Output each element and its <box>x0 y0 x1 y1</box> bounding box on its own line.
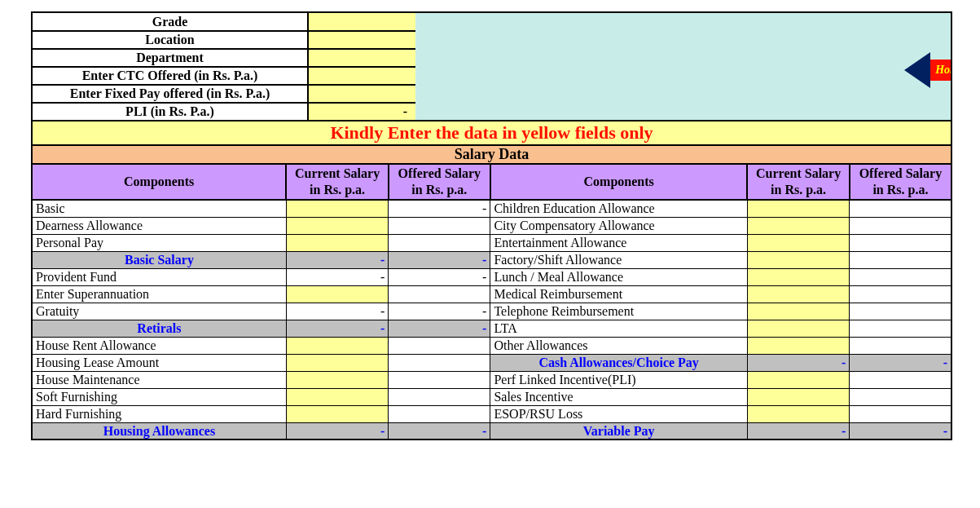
offered-salary-cell <box>850 320 951 337</box>
home-button[interactable]: Hom <box>904 52 951 88</box>
offered-salary-cell <box>850 405 951 422</box>
header-current-left: Current Salary in Rs. p.a. <box>290 166 384 198</box>
component-label: Lunch / Meal Allowance <box>490 268 748 285</box>
ctc-label: Enter CTC Offered (in Rs. P.a.) <box>33 67 308 85</box>
table-row: House Rent Allowance Other Allowances <box>32 337 951 354</box>
fixed-pay-label: Enter Fixed Pay offered (in Rs. P.a.) <box>33 85 308 103</box>
current-salary-cell[interactable] <box>286 200 388 217</box>
component-label: Hard Furnishing <box>32 405 286 422</box>
subtotal-current: - <box>747 422 849 440</box>
grade-label: Grade <box>33 13 308 31</box>
current-salary-cell[interactable] <box>747 320 849 337</box>
header-offered-right: Offered Salary in Rs. p.a. <box>854 166 947 198</box>
current-salary-cell[interactable] <box>747 285 849 303</box>
arrow-left-icon <box>904 52 930 88</box>
offered-salary-cell <box>389 337 490 354</box>
component-label: Telephone Reimbursement <box>490 303 748 320</box>
current-salary-cell[interactable] <box>286 337 388 354</box>
current-salary-cell[interactable] <box>286 405 388 422</box>
current-salary-cell[interactable] <box>747 371 849 388</box>
component-label: Basic <box>32 200 286 217</box>
offered-salary-cell <box>850 217 951 234</box>
component-label: Provident Fund <box>32 268 286 285</box>
offered-salary-cell: - <box>389 303 490 320</box>
subtotal-label: Basic Salary <box>32 251 286 268</box>
top-panel: Grade Location Department Enter CTC Offe… <box>31 11 952 121</box>
component-label: Factory/Shift Allowance <box>490 251 748 268</box>
current-salary-cell[interactable] <box>286 285 388 303</box>
component-label: Children Education Allowance <box>490 200 748 217</box>
current-salary-cell[interactable] <box>747 200 849 217</box>
table-row: Basic -Children Education Allowance <box>32 200 951 217</box>
offered-salary-cell <box>389 285 490 303</box>
table-row: Gratuity - -Telephone Reimbursement <box>32 303 951 320</box>
table-row: House Maintenance Perf Linked Incentive(… <box>32 371 951 388</box>
banner-area: Hom <box>415 13 951 121</box>
department-input[interactable] <box>308 49 415 67</box>
component-label: House Rent Allowance <box>32 337 286 354</box>
header-components-right: Components <box>490 165 748 200</box>
header-offered-left: Offered Salary in Rs. p.a. <box>393 166 486 198</box>
table-row: Housing Lease Amount Cash Allowances/Cho… <box>32 354 951 371</box>
offered-salary-cell <box>850 371 951 388</box>
subtotal-offered: - <box>389 422 490 440</box>
current-salary-cell[interactable] <box>286 371 388 388</box>
current-salary-cell[interactable] <box>286 234 388 251</box>
component-label: Enter Superannuation <box>32 285 286 303</box>
current-salary-cell[interactable] <box>747 217 849 234</box>
fixed-pay-input[interactable] <box>308 85 415 103</box>
current-salary-cell[interactable] <box>747 337 849 354</box>
table-row: Retirals - -LTA <box>32 320 951 337</box>
current-salary-cell[interactable] <box>286 217 388 234</box>
location-input[interactable] <box>308 31 415 49</box>
table-row: Enter Superannuation Medical Reimburseme… <box>32 285 951 303</box>
offered-salary-cell <box>850 200 951 217</box>
subtotal-label: Housing Allowances <box>32 422 286 440</box>
offered-salary-cell <box>850 268 951 285</box>
table-row: Provident Fund - -Lunch / Meal Allowance <box>32 268 951 285</box>
component-label: LTA <box>490 320 748 337</box>
current-salary-cell: - <box>286 303 388 320</box>
offered-salary-cell <box>389 234 490 251</box>
current-salary-cell[interactable] <box>286 388 388 405</box>
current-salary-cell[interactable] <box>747 268 849 285</box>
subtotal-offered: - <box>389 320 490 337</box>
offered-salary-cell <box>389 405 490 422</box>
subtotal-current: - <box>286 320 388 337</box>
offered-salary-cell <box>389 354 490 371</box>
header-components-left: Components <box>32 165 286 200</box>
component-label: Personal Pay <box>32 234 286 251</box>
table-row: Hard Furnishing ESOP/RSU Loss <box>32 405 951 422</box>
component-label: ESOP/RSU Loss <box>490 405 748 422</box>
subtotal-offered: - <box>389 251 490 268</box>
instruction-bar: Kindly Enter the data in yellow fields o… <box>31 121 952 146</box>
offered-salary-cell <box>850 285 951 303</box>
component-label: Soft Furnishing <box>32 388 286 405</box>
component-label: Dearness Allowance <box>32 217 286 234</box>
component-label: City Compensatory Allowance <box>490 217 748 234</box>
component-label: Medical Reimbursement <box>490 285 748 303</box>
offered-salary-cell: - <box>389 268 490 285</box>
component-label: Other Allowances <box>490 337 748 354</box>
current-salary-cell[interactable] <box>286 354 388 371</box>
table-row: Soft Furnishing Sales Incentive <box>32 388 951 405</box>
salary-data-header: Salary Data <box>31 146 952 165</box>
current-salary-cell[interactable] <box>747 405 849 422</box>
header-current-right: Current Salary in Rs. p.a. <box>751 166 845 198</box>
current-salary-cell[interactable] <box>747 303 849 320</box>
ctc-input[interactable] <box>308 67 415 85</box>
grade-input[interactable] <box>308 13 415 31</box>
subtotal-label: Variable Pay <box>490 422 748 440</box>
offered-salary-cell <box>850 303 951 320</box>
offered-salary-cell: - <box>389 200 490 217</box>
location-label: Location <box>33 31 308 49</box>
current-salary-cell[interactable] <box>747 251 849 268</box>
current-salary-cell[interactable] <box>747 234 849 251</box>
current-salary-cell[interactable] <box>747 388 849 405</box>
offered-salary-cell <box>850 388 951 405</box>
component-label: Sales Incentive <box>490 388 748 405</box>
component-label: Perf Linked Incentive(PLI) <box>490 371 748 388</box>
department-label: Department <box>33 49 308 67</box>
offered-salary-cell <box>850 234 951 251</box>
table-row: Personal Pay Entertainment Allowance <box>32 234 951 251</box>
